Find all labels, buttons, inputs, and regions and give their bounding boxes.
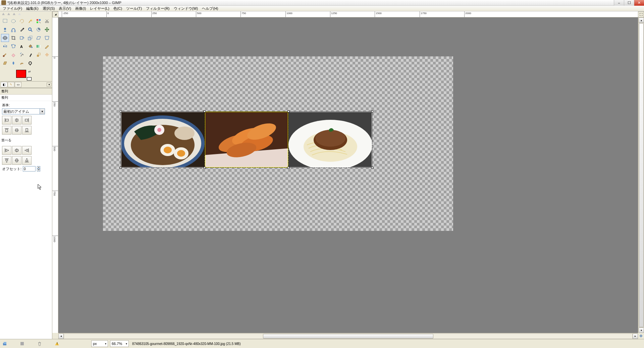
handle-se[interactable] — [287, 167, 289, 169]
tool-blur[interactable] — [9, 59, 17, 67]
handle-outer-ne[interactable] — [371, 110, 373, 112]
menu-color[interactable]: 色(C) — [111, 6, 124, 11]
foreground-color-swatch[interactable] — [16, 70, 26, 78]
tool-scale[interactable] — [26, 34, 34, 42]
scrollbar-vertical[interactable]: ▴ ▾ — [638, 17, 644, 333]
handle-outer-nw[interactable] — [120, 110, 122, 112]
tool-eraser[interactable] — [9, 51, 17, 59]
tool-perspective[interactable] — [43, 34, 51, 42]
background-color-swatch[interactable] — [27, 77, 32, 81]
tool-paths[interactable] — [9, 26, 17, 34]
menu-window[interactable]: ウィンドウ(W) — [172, 6, 200, 11]
tool-perspective-clone[interactable] — [1, 59, 9, 67]
offset-up[interactable]: ▴ — [37, 166, 40, 169]
status-delete-icon[interactable] — [36, 340, 43, 347]
menu-filters[interactable]: フィルター(R) — [144, 6, 171, 11]
tool-paintbrush[interactable] — [1, 51, 9, 59]
menu-tools[interactable]: ツール(T) — [124, 6, 144, 11]
handle-sw[interactable] — [204, 167, 206, 169]
tool-pencil[interactable] — [43, 42, 51, 50]
tool-free-select[interactable] — [18, 17, 26, 25]
align-hcenter-button[interactable] — [12, 116, 21, 125]
tool-smudge[interactable] — [18, 59, 26, 67]
scrollbar-horizontal[interactable]: ◂ ▸ — [58, 333, 638, 339]
ruler-origin-corner[interactable]: ◢ — [52, 11, 58, 17]
handle-outer-sw[interactable] — [120, 167, 122, 169]
ruler-vertical[interactable]: 0 250 500 750 1000 — [52, 17, 58, 333]
tool-color-picker[interactable] — [18, 26, 26, 34]
tool-clone[interactable] — [35, 51, 43, 59]
scroll-v-down-icon[interactable]: ▾ — [639, 328, 644, 333]
tool-heal[interactable] — [43, 51, 51, 59]
scroll-h-thumb[interactable] — [263, 334, 433, 339]
layer-image-2-selected[interactable] — [205, 111, 288, 168]
maximize-button[interactable]: ☐ — [624, 0, 634, 6]
status-reset-icon[interactable] — [19, 340, 25, 347]
menu-view[interactable]: 表示(V) — [57, 6, 73, 11]
align-bottom-button[interactable] — [22, 126, 32, 135]
distribute-right-button[interactable] — [22, 146, 32, 155]
tab-device-status[interactable]: ✎ — [8, 82, 14, 87]
tool-shear[interactable] — [35, 34, 43, 42]
distribute-bottom-button[interactable] — [22, 156, 32, 165]
tool-move[interactable] — [43, 26, 51, 34]
tool-zoom[interactable] — [26, 26, 34, 34]
minimize-button[interactable]: − — [614, 0, 624, 6]
handle-nw[interactable] — [204, 110, 206, 112]
distribute-left-button[interactable] — [2, 146, 11, 155]
offset-down[interactable]: ▾ — [37, 169, 40, 171]
swap-colors-icon[interactable]: ⇄ — [28, 70, 31, 73]
tool-align[interactable] — [1, 34, 9, 42]
tool-flip[interactable] — [1, 42, 9, 50]
menu-select[interactable]: 選択(S) — [41, 6, 57, 11]
menu-help[interactable]: ヘルプ(H) — [200, 6, 220, 11]
zoom-select[interactable]: 66.7%▾ — [110, 340, 129, 347]
tool-airbrush[interactable] — [18, 51, 26, 59]
close-button[interactable]: ✕ — [634, 0, 644, 6]
align-top-button[interactable] — [2, 126, 11, 135]
tool-ink[interactable] — [26, 51, 34, 59]
layer-image-1[interactable] — [121, 111, 205, 168]
tool-text[interactable]: A — [18, 42, 26, 50]
scroll-v-up-icon[interactable]: ▴ — [639, 17, 644, 23]
tool-crop[interactable] — [9, 34, 17, 42]
status-layers-icon[interactable] — [1, 340, 8, 347]
tool-dodge[interactable] — [26, 59, 34, 67]
tool-color-select[interactable] — [35, 17, 43, 25]
distribute-top-button[interactable] — [2, 156, 11, 165]
handle-ne[interactable] — [287, 110, 289, 112]
reference-select[interactable]: 最初のアイテム ▼ — [2, 108, 45, 114]
menu-image[interactable]: 画像(I) — [73, 6, 88, 11]
menu-edit[interactable]: 編集(E) — [24, 6, 41, 11]
tab-images[interactable]: ▭ — [15, 82, 21, 87]
tool-foreground-select[interactable] — [1, 26, 9, 34]
handle-outer-se[interactable] — [371, 167, 373, 169]
tool-fuzzy-select[interactable] — [26, 17, 34, 25]
scroll-h-left-icon[interactable]: ◂ — [58, 334, 64, 339]
distribute-hcenter-button[interactable] — [12, 146, 21, 155]
tab-menu-icon[interactable]: ◂ — [47, 83, 51, 87]
unit-select[interactable]: px▾ — [91, 340, 108, 347]
tool-rect-select[interactable] — [1, 17, 9, 25]
scroll-v-thumb[interactable] — [639, 23, 644, 327]
align-right-button[interactable] — [22, 116, 32, 125]
zoom-fit-button[interactable]: ⛶ — [638, 11, 644, 17]
tool-bucket-fill[interactable] — [26, 42, 34, 50]
align-vcenter-button[interactable] — [12, 126, 21, 135]
menu-file[interactable]: ファイル(F) — [1, 6, 24, 11]
tab-tool-options[interactable]: ◧ — [1, 82, 7, 87]
menu-layer[interactable]: レイヤー(L) — [88, 6, 111, 11]
tool-cage[interactable] — [9, 42, 17, 50]
tool-rotate[interactable] — [18, 34, 26, 42]
align-left-button[interactable] — [2, 116, 11, 125]
tool-ellipse-select[interactable] — [9, 17, 17, 25]
layer-image-3[interactable] — [288, 111, 372, 168]
distribute-vcenter-button[interactable] — [12, 156, 21, 165]
scroll-h-right-icon[interactable]: ▸ — [633, 334, 638, 339]
navigation-corner-icon[interactable] — [638, 333, 644, 339]
ruler-horizontal[interactable]: -250 0 250 500 750 1000 1250 1500 1750 2… — [58, 11, 638, 17]
tool-blend[interactable] — [35, 42, 43, 50]
tool-measure[interactable] — [35, 26, 43, 34]
tool-scissors[interactable] — [43, 17, 51, 25]
offset-input[interactable] — [23, 166, 36, 171]
